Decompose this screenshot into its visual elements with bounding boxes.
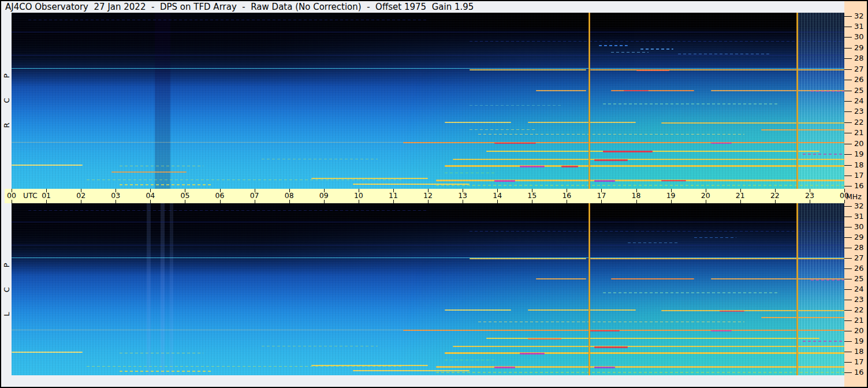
hour-tick	[810, 200, 810, 203]
freq-label: 25	[854, 87, 867, 95]
freq-label: 31	[854, 23, 867, 31]
hour-label: 03	[109, 192, 122, 200]
hour-tick	[775, 200, 776, 203]
freq-label: 27	[854, 254, 867, 262]
freq-label: 28	[854, 54, 867, 62]
freq-tick	[844, 101, 852, 102]
freq-tick	[844, 154, 852, 155]
rcp-side-label-area: R C P	[1, 13, 12, 189]
time-marker-line	[588, 13, 590, 189]
freq-label: 24	[854, 285, 867, 293]
freq-tick	[844, 133, 852, 133]
hour-tick	[567, 200, 567, 203]
hour-tick	[497, 200, 498, 203]
freq-label: 21	[854, 129, 867, 137]
hour-tick	[220, 200, 221, 203]
freq-tick	[844, 331, 852, 331]
rcp-spectrogram-panel	[12, 13, 844, 189]
hour-tick	[150, 200, 151, 203]
freq-tick	[844, 206, 852, 207]
hour-tick	[844, 200, 845, 203]
hour-tick	[671, 200, 672, 203]
hour-label: 16	[560, 192, 573, 200]
lcp-noise-texture	[12, 203, 844, 375]
hour-label: 21	[733, 192, 747, 200]
hour-label: 10	[352, 192, 366, 200]
freq-label: 29	[854, 233, 867, 241]
freq-label: 25	[854, 275, 867, 283]
freq-tick	[844, 248, 852, 248]
hour-tick	[601, 200, 602, 203]
hour-label: 18	[629, 192, 643, 200]
hour-label: 04	[143, 192, 157, 200]
freq-label: 19	[854, 150, 867, 158]
freq-label: 32	[854, 12, 867, 20]
hour-tick	[116, 200, 116, 203]
hour-tick	[636, 200, 637, 203]
hour-label: 08	[282, 192, 296, 200]
freq-label: 17	[854, 358, 867, 366]
time-marker-line	[588, 203, 590, 375]
hour-label: 23	[803, 192, 817, 200]
hour-label: 01	[39, 192, 53, 200]
freq-label: 31	[854, 212, 867, 221]
freq-tick	[844, 310, 852, 311]
freq-tick	[844, 111, 852, 112]
freq-tick	[844, 48, 852, 48]
hour-tick	[255, 200, 255, 203]
freq-tick	[844, 352, 852, 352]
hour-label: 06	[213, 192, 227, 200]
hour-label: 15	[525, 192, 539, 200]
hour-tick	[532, 200, 532, 203]
freq-label: 19	[854, 337, 867, 345]
freq-tick	[844, 227, 852, 227]
freq-tick	[844, 186, 852, 186]
hour-label: 12	[421, 192, 435, 200]
freq-tick	[844, 144, 852, 144]
freq-tick	[844, 176, 852, 176]
lcp-side-label-area: L C P	[1, 203, 12, 375]
hour-label: 00	[5, 192, 18, 200]
freq-tick	[844, 165, 852, 166]
freq-label: 23	[854, 296, 867, 304]
freq-label: 24	[854, 97, 867, 105]
hour-label: 22	[768, 192, 782, 200]
freq-label: 30	[854, 33, 867, 41]
freq-label: 26	[854, 76, 867, 84]
time-axis: UTC 000102030405060708091011121314151617…	[5, 189, 844, 203]
freq-tick	[844, 372, 852, 373]
freq-label: 29	[854, 44, 867, 52]
title-bar: AJ4CO Observatory 27 Jan 2022 - DPS on T…	[5, 2, 474, 13]
freq-label: 22	[854, 306, 867, 314]
freq-tick	[844, 69, 852, 70]
hour-label: 07	[248, 192, 262, 200]
hour-label: 11	[386, 192, 400, 200]
freq-label: 32	[854, 202, 867, 210]
freq-label: 20	[854, 140, 867, 148]
freq-label: 16	[854, 368, 867, 376]
freq-label: 28	[854, 244, 867, 252]
dps-window: AJ4CO Observatory 27 Jan 2022 - DPS on T…	[0, 0, 868, 388]
rcp-noise-texture	[12, 13, 844, 189]
freq-tick	[844, 16, 852, 17]
hour-tick	[463, 200, 463, 203]
freq-tick	[844, 80, 852, 80]
freq-tick	[844, 279, 852, 279]
freq-tick	[844, 268, 852, 269]
freq-tick	[844, 300, 852, 300]
hour-tick	[740, 200, 741, 203]
freq-tick	[844, 258, 852, 259]
hour-tick	[185, 200, 185, 203]
freq-tick	[844, 320, 852, 321]
freq-tick	[844, 289, 852, 290]
time-marker-line	[796, 203, 798, 375]
dps-window-inner: AJ4CO Observatory 27 Jan 2022 - DPS on T…	[1, 1, 867, 387]
hour-label: 19	[664, 192, 678, 200]
hour-tick	[324, 200, 325, 203]
freq-label: 18	[854, 161, 867, 169]
freq-tick	[844, 37, 852, 38]
freq-label: 21	[854, 316, 867, 324]
freq-label: 27	[854, 65, 867, 73]
freq-tick	[844, 217, 852, 217]
freq-tick	[844, 58, 852, 59]
